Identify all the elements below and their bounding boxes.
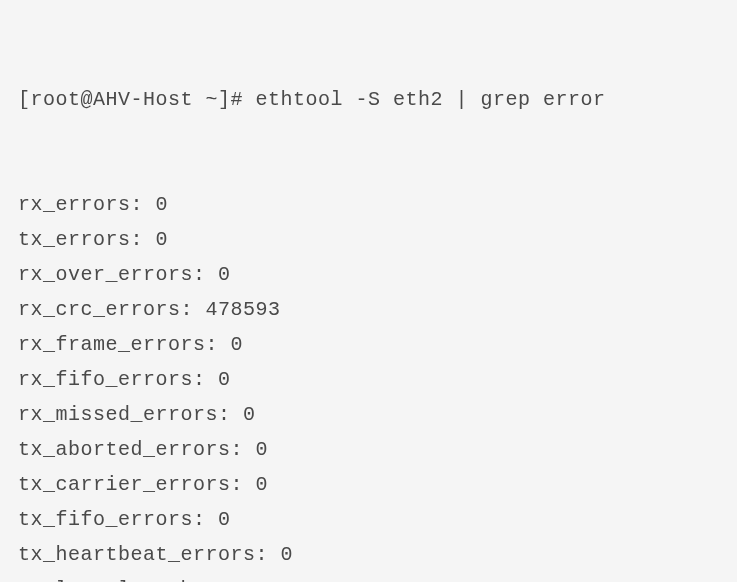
stat-value: 0 bbox=[243, 403, 256, 426]
output-line: rx_over_errors: 0 bbox=[18, 257, 719, 292]
terminal-window[interactable]: [root@AHV-Host ~]# ethtool -S eth2 | gre… bbox=[18, 12, 719, 582]
separator: : bbox=[181, 298, 206, 321]
separator: : bbox=[193, 368, 218, 391]
separator: : bbox=[193, 263, 218, 286]
stat-value: 0 bbox=[256, 473, 269, 496]
stat-label: rx_frame_errors bbox=[18, 333, 206, 356]
stat-label: tx_carrier_errors bbox=[18, 473, 231, 496]
separator: : bbox=[231, 473, 256, 496]
separator: : bbox=[218, 403, 243, 426]
output-line: tx_fifo_errors: 0 bbox=[18, 502, 719, 537]
output-line: rx_errors: 0 bbox=[18, 187, 719, 222]
stat-value: 0 bbox=[306, 578, 319, 582]
output-line: rx_missed_errors: 0 bbox=[18, 397, 719, 432]
separator: : bbox=[206, 333, 231, 356]
terminal-output: rx_errors: 0tx_errors: 0rx_over_errors: … bbox=[18, 187, 719, 582]
stat-value: 0 bbox=[281, 543, 294, 566]
separator: : bbox=[193, 508, 218, 531]
stat-value: 478593 bbox=[206, 298, 281, 321]
output-line: rx_fifo_errors: 0 bbox=[18, 362, 719, 397]
stat-label: rx_missed_errors bbox=[18, 403, 218, 426]
separator: : bbox=[231, 438, 256, 461]
stat-value: 0 bbox=[231, 333, 244, 356]
stat-value: 0 bbox=[256, 438, 269, 461]
stat-value: 0 bbox=[218, 508, 231, 531]
stat-label: rx_crc_errors bbox=[18, 298, 181, 321]
shell-prompt: [root@AHV-Host ~]# bbox=[18, 88, 256, 111]
separator: : bbox=[256, 543, 281, 566]
stat-value: 0 bbox=[218, 368, 231, 391]
stat-label: rx_over_errors bbox=[18, 263, 193, 286]
output-line: rx_crc_errors: 478593 bbox=[18, 292, 719, 327]
command-line: [root@AHV-Host ~]# ethtool -S eth2 | gre… bbox=[18, 82, 719, 117]
stat-label: rx_long_length_errors bbox=[18, 578, 281, 582]
stat-label: tx_aborted_errors bbox=[18, 438, 231, 461]
shell-command: ethtool -S eth2 | grep error bbox=[256, 88, 606, 111]
output-line: tx_aborted_errors: 0 bbox=[18, 432, 719, 467]
stat-label: tx_heartbeat_errors bbox=[18, 543, 256, 566]
stat-label: tx_fifo_errors bbox=[18, 508, 193, 531]
stat-value: 0 bbox=[156, 228, 169, 251]
output-line: tx_errors: 0 bbox=[18, 222, 719, 257]
stat-label: rx_errors bbox=[18, 193, 131, 216]
stat-label: tx_errors bbox=[18, 228, 131, 251]
separator: : bbox=[131, 193, 156, 216]
separator: : bbox=[281, 578, 306, 582]
stat-value: 0 bbox=[218, 263, 231, 286]
stat-label: rx_fifo_errors bbox=[18, 368, 193, 391]
output-line: rx_frame_errors: 0 bbox=[18, 327, 719, 362]
output-line: tx_heartbeat_errors: 0 bbox=[18, 537, 719, 572]
separator: : bbox=[131, 228, 156, 251]
output-line: tx_carrier_errors: 0 bbox=[18, 467, 719, 502]
stat-value: 0 bbox=[156, 193, 169, 216]
output-line: rx_long_length_errors: 0 bbox=[18, 572, 719, 582]
